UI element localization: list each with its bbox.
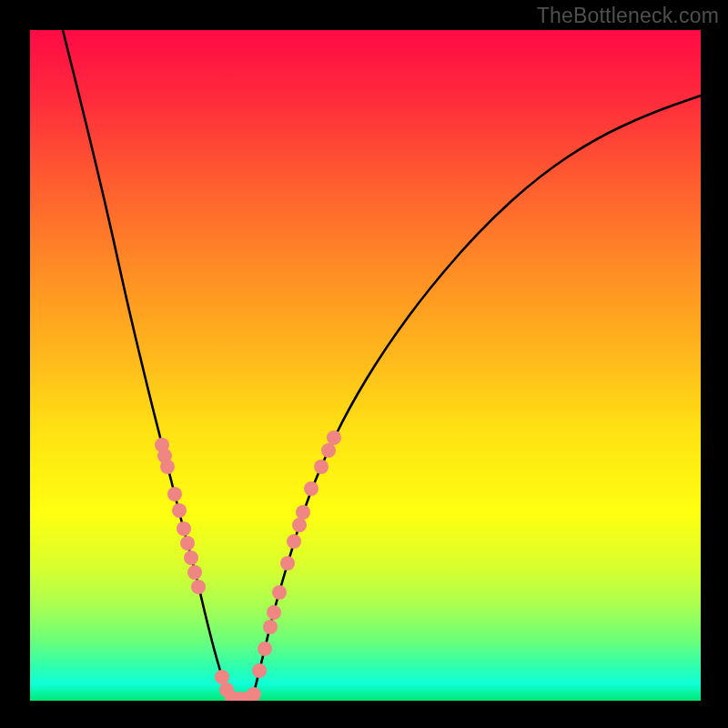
data-marker [215,670,229,684]
data-marker [314,460,329,474]
data-marker [272,585,287,600]
data-marker [167,487,182,501]
data-markers [155,430,341,701]
data-marker [321,443,336,458]
data-marker [184,551,198,565]
data-marker [258,642,272,656]
data-marker [292,518,307,532]
data-marker [177,521,191,536]
data-marker [180,536,195,551]
outer-frame: TheBottleneck.com [0,0,728,728]
data-marker [304,481,318,496]
data-marker [263,620,278,634]
data-marker [327,430,341,445]
watermark-text: TheBottleneck.com [537,4,719,28]
data-marker [287,534,301,549]
data-marker [160,460,175,474]
data-marker [191,580,206,594]
data-marker [187,565,202,580]
data-marker [172,503,187,518]
curve-layer [30,30,701,701]
data-marker [267,605,281,620]
data-marker [252,663,267,678]
data-marker [247,687,261,701]
data-marker [296,505,310,520]
curve-left [63,30,230,701]
curve-right [252,96,701,701]
data-marker [280,556,295,571]
plot-area [30,30,701,701]
